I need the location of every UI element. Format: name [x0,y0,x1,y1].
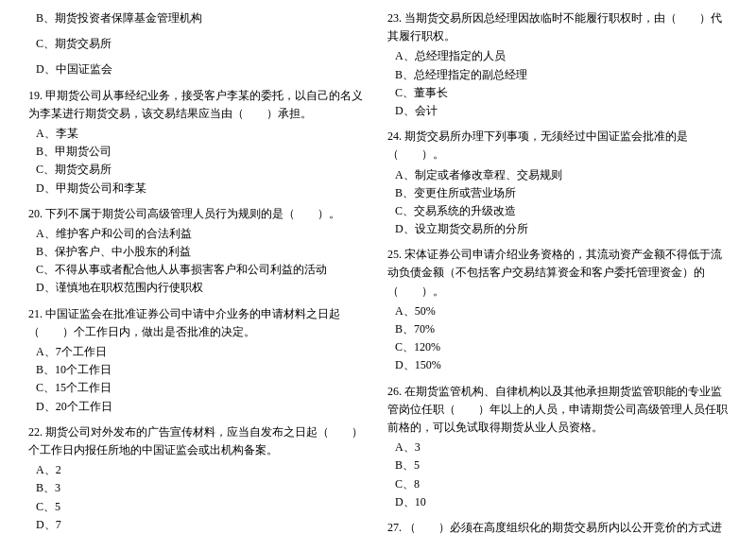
left-column: B、期货投资者保障基金管理机构 C、期货交易所 D、中国证监会 19. 甲期货公… [28,9,369,534]
option-b: B、3 [28,479,369,497]
question-text: 27. （ ）必须在高度组织化的期货交易所内以公开竞价的方式进行。 [387,519,728,534]
option-b-top: B、期货投资者保障基金管理机构 [28,9,369,27]
option-c-top: C、期货交易所 [28,35,369,53]
question-21: 21. 中国证监会在批准证券公司中请中介业务的申请材料之日起（ ）个工作日内，做… [28,305,369,416]
question-text: 19. 甲期货公司从事经纪业务，接受客户李某的委托，以自己的名义为李某进行期货交… [28,87,369,123]
option-a: A、总经理指定的人员 [387,47,728,65]
question-20: 20. 下列不属于期货公司高级管理人员行为规则的是（ ）。 A、维护客户和公司的… [28,205,369,298]
option-a: A、李某 [28,125,369,143]
question-text: 21. 中国证监会在批准证券公司中请中介业务的申请材料之日起（ ）个工作日内，做… [28,305,369,341]
option-c: C、120% [387,338,728,356]
question-19: 19. 甲期货公司从事经纪业务，接受客户李某的委托，以自己的名义为李某进行期货交… [28,87,369,198]
option-c: C、不得从事或者配合他人从事损害客户和公司利益的活动 [28,261,369,279]
question-text: 25. 宋体证券公司申请介绍业务资格的，其流动资产金额不得低于流动负债金额（不包… [387,246,728,301]
question-27: 27. （ ）必须在高度组织化的期货交易所内以公开竞价的方式进行。 A、期货交易… [387,519,728,534]
option-text: C、期货交易所 [28,35,369,53]
option-b: B、甲期货公司 [28,143,369,161]
option-a: A、50% [387,302,728,320]
question-text: 23. 当期货交易所因总经理因故临时不能履行职权时，由（ ）代其履行职权。 [387,9,728,45]
option-b: B、保护客户、中小股东的利益 [28,243,369,261]
question-22: 22. 期货公司对外发布的广告宣传材料，应当自发布之日起（ ）个工作日内报任所地… [28,423,369,534]
option-c: C、5 [28,498,369,516]
option-b: B、5 [387,456,728,474]
right-column: 23. 当期货交易所因总经理因故临时不能履行职权时，由（ ）代其履行职权。 A、… [387,9,728,534]
option-a: A、3 [387,439,728,456]
question-26: 26. 在期货监管机构、自律机构以及其他承担期货监管职能的专业监管岗位任职（ ）… [387,383,728,511]
option-b: B、变更住所或营业场所 [387,184,728,202]
option-a: A、7个工作日 [28,343,369,361]
option-a: A、制定或者修改章程、交易规则 [387,166,728,184]
option-d: D、7 [28,516,369,534]
option-b: B、总经理指定的副总经理 [387,66,728,84]
option-d: D、150% [387,356,728,374]
question-text: 20. 下列不属于期货公司高级管理人员行为规则的是（ ）。 [28,205,369,223]
question-text: 24. 期货交易所办理下列事项，无须经过中国证监会批准的是（ ）。 [387,128,728,164]
question-23: 23. 当期货交易所因总经理因故临时不能履行职权时，由（ ）代其履行职权。 A、… [387,9,728,120]
option-c: C、交易系统的升级改造 [387,202,728,220]
question-25: 25. 宋体证券公司申请介绍业务资格的，其流动资产金额不得低于流动负债金额（不包… [387,246,728,374]
option-d: D、设立期货交易所的分所 [387,220,728,238]
option-text: D、中国证监会 [28,60,369,78]
option-c: C、期货交易所 [28,161,369,179]
option-d: D、谨慎地在职权范围内行使职权 [28,279,369,297]
option-d: D、会计 [387,102,728,120]
option-d-top: D、中国证监会 [28,60,369,78]
option-a: A、2 [28,461,369,479]
option-d: D、10 [387,493,728,511]
option-b: B、10个工作日 [28,361,369,379]
option-c: C、董事长 [387,84,728,102]
option-d: D、20个工作日 [28,398,369,416]
option-d: D、甲期货公司和李某 [28,180,369,198]
option-c: C、15个工作日 [28,379,369,397]
option-a: A、维护客户和公司的合法利益 [28,225,369,243]
question-text: 22. 期货公司对外发布的广告宣传材料，应当自发布之日起（ ）个工作日内报任所地… [28,423,369,459]
option-c: C、8 [387,475,728,493]
question-24: 24. 期货交易所办理下列事项，无须经过中国证监会批准的是（ ）。 A、制定或者… [387,128,728,238]
option-b: B、70% [387,320,728,338]
option-text: B、期货投资者保障基金管理机构 [28,9,369,27]
question-text: 26. 在期货监管机构、自律机构以及其他承担期货监管职能的专业监管岗位任职（ ）… [387,383,728,438]
